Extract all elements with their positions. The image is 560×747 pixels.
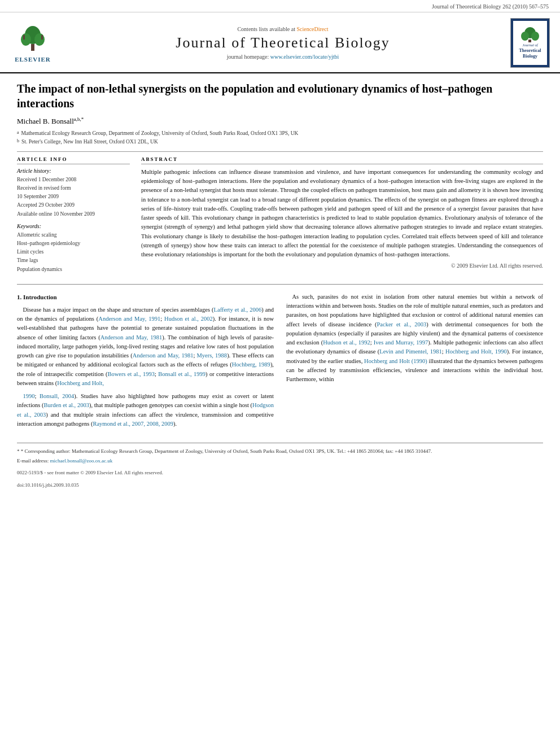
journal-cover-inner: Journal of Theoretical Biology bbox=[513, 21, 547, 65]
body-left-col: 1. Introduction Disease has a major impa… bbox=[17, 292, 274, 433]
author-name: Michael B. Bonsall bbox=[17, 117, 74, 125]
ref-packer[interactable]: Packer et al., 2003 bbox=[377, 321, 426, 327]
issn-line: 0022-5193/$ - see front matter © 2009 El… bbox=[17, 469, 543, 477]
ref-hochberg-holt-90[interactable]: Hochberg and Holt (1990) bbox=[364, 358, 427, 364]
svg-point-3 bbox=[34, 33, 45, 46]
ref-myers[interactable]: Myers, 1988 bbox=[197, 352, 228, 359]
article-info-heading: ARTICLE INFO bbox=[17, 156, 130, 164]
ref-levin-pimentel[interactable]: Levin and Pimentel, 1981 bbox=[379, 348, 442, 355]
section-number: 1. bbox=[17, 294, 21, 300]
revised-label: Received in revised form bbox=[17, 184, 130, 193]
cover-journal-text: Journal of bbox=[523, 43, 538, 47]
elsevier-tree-icon bbox=[18, 24, 49, 55]
issn-text: 0022-5193/$ - see front matter © 2009 El… bbox=[17, 470, 163, 475]
affiliations: a Mathematical Ecology Research Group, D… bbox=[17, 129, 543, 146]
footnote-email: E-mail address: michael.bonsall@zoo.ox.a… bbox=[17, 457, 543, 465]
body-right-col: As such, parasites do not exist in isola… bbox=[286, 292, 543, 433]
journal-title-header: Journal of Theoretical Biology bbox=[61, 34, 505, 51]
footnote-star: * bbox=[17, 448, 20, 454]
abstract-text: Multiple pathogenic infections can influ… bbox=[141, 168, 543, 260]
ref-bowers[interactable]: Bowers et al., 1993 bbox=[107, 371, 155, 377]
ref-hochberg-holt-1990[interactable]: Hochberg and Holt, 1990 bbox=[445, 348, 507, 355]
article-info-col: ARTICLE INFO Article history: Received 1… bbox=[17, 156, 130, 274]
affil-b-line: b St. Peter's College, New Inn Hall Stre… bbox=[17, 138, 543, 146]
copyright-line: © 2009 Elsevier Ltd. All rights reserved… bbox=[141, 263, 543, 269]
affil-b-text: St. Peter's College, New Inn Hall Street… bbox=[21, 138, 158, 146]
intro-paragraph-1b: 1990; Bonsall, 2004). Studies have also … bbox=[17, 392, 274, 429]
affil-a-text: Mathematical Ecology Research Group, Dep… bbox=[21, 129, 299, 137]
right-paragraph-1: As such, parasites do not exist in isola… bbox=[286, 292, 543, 385]
intro-paragraph-1: Disease has a major impact on the shape … bbox=[17, 305, 274, 388]
ref-bonsall-1999[interactable]: Bonsall et al., 1999 bbox=[158, 371, 205, 377]
ref-hochberg-holt[interactable]: Hochberg and Holt, bbox=[57, 380, 104, 386]
sciencedirect-text: Contents lists available at bbox=[237, 26, 295, 32]
svg-point-8 bbox=[521, 32, 529, 41]
svg-rect-5 bbox=[23, 35, 25, 40]
journal-homepage-line: journal homepage: www.elsevier.com/locat… bbox=[61, 54, 505, 60]
footnote-content: * Corresponding author: Mathematical Eco… bbox=[21, 448, 432, 454]
elsevier-label: ELSEVIER bbox=[15, 56, 51, 63]
cover-biology-text: Biology bbox=[523, 54, 537, 59]
article-info-abstract: ARTICLE INFO Article history: Received 1… bbox=[17, 156, 543, 274]
keyword-3: Limit cycles bbox=[17, 248, 130, 256]
journal-ref-text: Journal of Theoretical Biology 262 (2010… bbox=[432, 3, 549, 10]
author-superscript: a,b,* bbox=[74, 116, 84, 122]
keyword-4: Time lags bbox=[17, 256, 130, 265]
ref-hudson-1992[interactable]: Hudson et al., 1992 bbox=[323, 339, 370, 346]
ref-anderson-may-1991[interactable]: Anderson and May, 1991 bbox=[98, 316, 160, 322]
svg-rect-4 bbox=[31, 44, 34, 51]
history-label: Article history: bbox=[17, 168, 130, 174]
homepage-link[interactable]: www.elsevier.com/locate/yjtbi bbox=[270, 54, 339, 60]
ref-anderson-may-1981[interactable]: Anderson and May, 1981 bbox=[100, 334, 162, 340]
header-section: ELSEVIER Contents lists available at Sci… bbox=[0, 12, 560, 73]
divider-1 bbox=[17, 151, 543, 152]
revised-date: 10 September 2009 bbox=[17, 193, 130, 201]
ref-ives-murray[interactable]: Ives and Murray, 1997 bbox=[374, 339, 428, 346]
ref-anderson-may-81[interactable]: Anderson and May, 1981 bbox=[133, 352, 194, 359]
ref-hudson[interactable]: Hudson et al., 2002 bbox=[164, 316, 213, 322]
intro-title: 1. Introduction bbox=[17, 292, 274, 302]
elsevier-logo: ELSEVIER bbox=[10, 24, 55, 63]
footnote-text: * * Corresponding author: Mathematical E… bbox=[17, 448, 543, 456]
doi-line: doi:10.1016/j.jtbi.2009.10.035 bbox=[17, 482, 543, 490]
header-center: Contents lists available at ScienceDirec… bbox=[61, 26, 505, 60]
authors-line: Michael B. Bonsalla,b,* bbox=[17, 116, 543, 126]
main-content: The impact of non-lethal synergists on t… bbox=[0, 73, 560, 500]
article-title: The impact of non-lethal synergists on t… bbox=[17, 81, 543, 111]
abstract-col: ABSTRACT Multiple pathogenic infections … bbox=[141, 156, 543, 274]
ref-1990[interactable]: 1990 bbox=[23, 393, 35, 399]
keyword-5: Population dynamics bbox=[17, 265, 130, 274]
keyword-2: Host–pathogen epidemiology bbox=[17, 239, 130, 248]
available-date: Available online 10 November 2009 bbox=[17, 210, 130, 219]
affil-b-super: b bbox=[17, 138, 19, 146]
sciencedirect-line: Contents lists available at ScienceDirec… bbox=[61, 26, 505, 32]
page-wrapper: Journal of Theoretical Biology 262 (2010… bbox=[0, 0, 560, 500]
affil-a-super: a bbox=[17, 129, 19, 137]
abstract-heading: ABSTRACT bbox=[141, 156, 543, 164]
svg-point-2 bbox=[21, 33, 31, 46]
svg-rect-10 bbox=[528, 40, 531, 42]
cover-tree-icon bbox=[519, 26, 541, 43]
affil-a-line: a Mathematical Ecology Research Group, D… bbox=[17, 129, 543, 137]
keyword-1: Allometric scaling bbox=[17, 231, 130, 239]
ref-hochberg-1989[interactable]: Hochberg, 1989 bbox=[232, 361, 270, 368]
ref-raymond[interactable]: Raymond et al., 2007, 2008, 2009 bbox=[93, 421, 173, 427]
homepage-text: journal homepage: bbox=[227, 54, 269, 60]
ref-burden[interactable]: Burden et al., 2003 bbox=[44, 402, 89, 408]
keywords-label: Keywords: bbox=[17, 223, 130, 229]
email-label: E-mail address: bbox=[17, 458, 49, 464]
section-title: Introduction bbox=[23, 294, 57, 300]
doi-text: doi:10.1016/j.jtbi.2009.10.035 bbox=[17, 482, 79, 488]
footnote-area: * * Corresponding author: Mathematical E… bbox=[17, 443, 543, 489]
sciencedirect-link[interactable]: ScienceDirect bbox=[296, 26, 328, 32]
svg-point-9 bbox=[531, 32, 539, 41]
body-section: 1. Introduction Disease has a major impa… bbox=[17, 284, 543, 433]
email-link[interactable]: michael.bonsall@zoo.ox.ac.uk bbox=[50, 458, 112, 464]
accepted-date: Accepted 29 October 2009 bbox=[17, 201, 130, 209]
ref-lafferty[interactable]: Lafferty et al., 2006 bbox=[214, 307, 262, 313]
journal-ref-bar: Journal of Theoretical Biology 262 (2010… bbox=[0, 0, 560, 12]
ref-bonsall-2004[interactable]: Bonsall, 2004 bbox=[40, 393, 74, 399]
received-date: Received 1 December 2008 bbox=[17, 176, 130, 184]
journal-cover-image: Journal of Theoretical Biology bbox=[510, 18, 550, 68]
svg-rect-6 bbox=[41, 35, 43, 40]
